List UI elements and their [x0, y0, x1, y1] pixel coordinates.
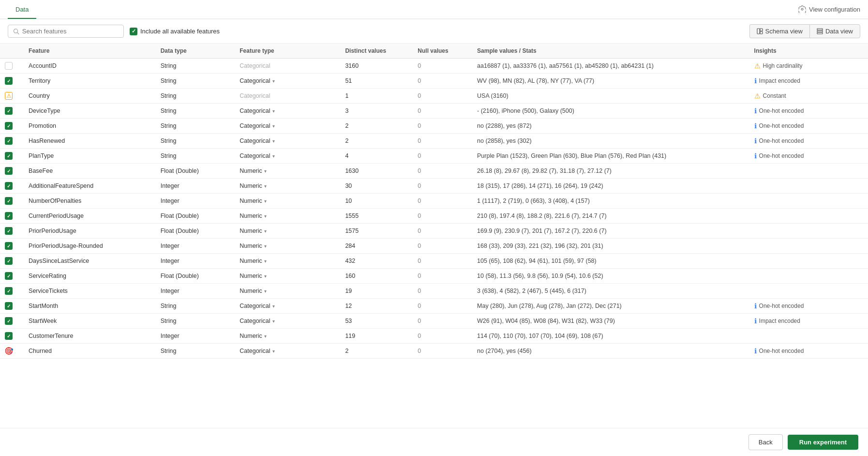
schema-view-button[interactable]: Schema view	[749, 24, 809, 38]
row-checkbox[interactable]	[5, 242, 13, 250]
row-checkbox[interactable]	[5, 227, 13, 235]
featuretype-chevron[interactable]: ▾	[272, 78, 275, 84]
cell-featuretype[interactable]: Numeric ▾	[235, 179, 340, 194]
tab-data[interactable]: Data	[8, 1, 36, 19]
row-checkbox[interactable]	[5, 272, 13, 280]
featuretype-value: Numeric	[239, 167, 262, 174]
cell-featuretype[interactable]: Numeric ▾	[235, 269, 340, 284]
cell-featuretype[interactable]: Numeric ▾	[235, 209, 340, 224]
row-checkbox-warn[interactable]: ⚠	[5, 92, 13, 100]
top-nav: Data View configuration	[0, 0, 868, 19]
cell-featuretype[interactable]: Numeric ▾	[235, 224, 340, 239]
featuretype-chevron[interactable]: ▾	[264, 289, 267, 294]
row-checkbox[interactable]	[5, 62, 13, 70]
row-checkbox[interactable]	[5, 197, 13, 205]
featuretype-chevron[interactable]: ▾	[272, 319, 275, 324]
cell-featuretype[interactable]: Numeric ▾	[235, 284, 340, 299]
cell-checkbox[interactable]	[0, 299, 24, 314]
include-all-toggle[interactable]: Include all available features	[130, 28, 220, 35]
featuretype-chevron[interactable]: ▾	[272, 349, 275, 354]
cell-featuretype[interactable]: Categorical	[235, 59, 340, 74]
featuretype-chevron[interactable]: ▾	[272, 153, 275, 159]
row-checkbox[interactable]	[5, 137, 13, 145]
cell-featuretype[interactable]: Numeric ▾	[235, 164, 340, 179]
row-checkbox[interactable]	[5, 287, 13, 295]
cell-featuretype[interactable]: Categorical ▾	[235, 344, 340, 359]
run-experiment-button[interactable]: Run experiment	[788, 435, 858, 437]
cell-featuretype[interactable]: Categorical ▾	[235, 149, 340, 164]
cell-checkbox[interactable]	[0, 314, 24, 329]
cell-checkbox[interactable]	[0, 254, 24, 269]
row-checkbox[interactable]	[5, 182, 13, 190]
featuretype-chevron[interactable]: ▾	[264, 183, 267, 189]
row-checkbox[interactable]	[5, 257, 13, 265]
featuretype-chevron[interactable]: ▾	[264, 213, 267, 219]
row-checkbox[interactable]	[5, 77, 13, 85]
include-all-checkbox[interactable]	[130, 28, 137, 35]
cell-checkbox[interactable]	[0, 269, 24, 284]
featuretype-chevron[interactable]: ▾	[264, 228, 267, 234]
cell-feature: Territory	[24, 74, 156, 89]
row-checkbox[interactable]	[5, 122, 13, 130]
cell-featuretype[interactable]: Categorical ▾	[235, 134, 340, 149]
cell-checkbox[interactable]	[0, 284, 24, 299]
featuretype-chevron[interactable]: ▾	[264, 243, 267, 249]
cell-checkbox[interactable]	[0, 164, 24, 179]
row-checkbox[interactable]	[5, 332, 13, 340]
featuretype-chevron[interactable]: ▾	[264, 274, 267, 279]
cell-sample: - (2160), iPhone (500), Galaxy (500)	[472, 104, 749, 119]
cell-featuretype[interactable]: Categorical ▾	[235, 119, 340, 134]
featuretype-chevron[interactable]: ▾	[272, 304, 275, 309]
cell-featuretype[interactable]: Categorical ▾	[235, 314, 340, 329]
cell-checkbox[interactable]	[0, 74, 24, 89]
cell-checkbox[interactable]	[0, 149, 24, 164]
cell-checkbox[interactable]: ⚠	[0, 89, 24, 104]
cell-checkbox[interactable]	[0, 179, 24, 194]
cell-feature: DeviceType	[24, 104, 156, 119]
cell-featuretype[interactable]: Numeric ▾	[235, 254, 340, 269]
cell-distinct: 3	[340, 104, 413, 119]
header-featuretype: Feature type	[235, 44, 340, 59]
cell-checkbox[interactable]	[0, 209, 24, 224]
cell-featuretype[interactable]: Categorical ▾	[235, 74, 340, 89]
cell-featuretype[interactable]: Numeric ▾	[235, 194, 340, 209]
cell-checkbox[interactable]	[0, 119, 24, 134]
featuretype-chevron[interactable]: ▾	[272, 123, 275, 129]
back-button[interactable]: Back	[748, 434, 783, 437]
data-view-button[interactable]: Data view	[809, 24, 860, 38]
cell-sample: 169.9 (9), 230.9 (7), 201 (7), 167.2 (7)…	[472, 224, 749, 239]
featuretype-chevron[interactable]: ▾	[264, 168, 267, 174]
search-box[interactable]	[8, 25, 124, 38]
search-input[interactable]	[22, 28, 119, 35]
cell-checkbox[interactable]	[0, 224, 24, 239]
featuretype-chevron[interactable]: ▾	[264, 334, 267, 339]
featuretype-chevron[interactable]: ▾	[264, 198, 267, 204]
featuretype-chevron[interactable]: ▾	[272, 138, 275, 144]
cell-checkbox[interactable]: 🎯	[0, 344, 24, 359]
cell-checkbox[interactable]	[0, 239, 24, 254]
cell-featuretype[interactable]: Categorical	[235, 89, 340, 104]
view-toggle: Schema view Data view	[749, 24, 860, 38]
row-checkbox[interactable]	[5, 302, 13, 310]
row-checkbox[interactable]	[5, 167, 13, 175]
cell-featuretype[interactable]: Categorical ▾	[235, 299, 340, 314]
cell-featuretype[interactable]: Numeric ▾	[235, 239, 340, 254]
row-checkbox[interactable]	[5, 317, 13, 325]
featuretype-chevron[interactable]: ▾	[272, 108, 275, 114]
row-checkbox[interactable]	[5, 107, 13, 115]
cell-datatype: Integer	[156, 179, 235, 194]
row-checkbox[interactable]	[5, 152, 13, 160]
featuretype-chevron[interactable]: ▾	[264, 258, 267, 264]
view-config-button[interactable]: View configuration	[798, 5, 860, 13]
cell-checkbox[interactable]	[0, 194, 24, 209]
cell-checkbox[interactable]	[0, 329, 24, 344]
cell-checkbox[interactable]	[0, 59, 24, 74]
cell-checkbox[interactable]	[0, 134, 24, 149]
features-table: Feature Data type Feature type Distinct …	[0, 44, 868, 359]
cell-featuretype[interactable]: Categorical ▾	[235, 104, 340, 119]
cell-checkbox[interactable]	[0, 104, 24, 119]
cell-datatype: Float (Double)	[156, 209, 235, 224]
row-checkbox[interactable]	[5, 212, 13, 220]
cell-featuretype[interactable]: Numeric ▾	[235, 329, 340, 344]
cell-null: 0	[413, 284, 472, 299]
